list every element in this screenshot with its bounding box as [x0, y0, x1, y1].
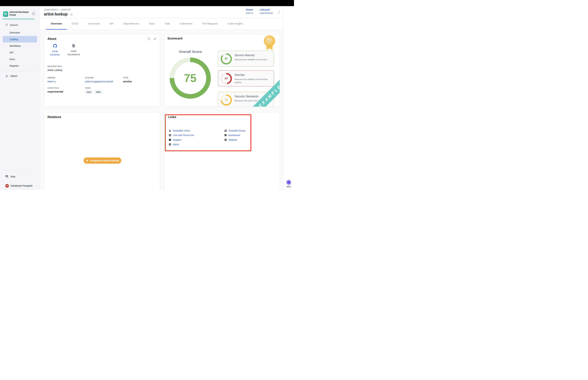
star-favorite-icon[interactable] [70, 13, 73, 16]
link-cloud[interactable]: Link with Cloud Icon [169, 133, 194, 137]
links-card: Links Examples Users Link with Cloud Ico… [164, 113, 280, 190]
sidebar-item-help[interactable]: ? Help [0, 173, 40, 180]
view-source-link[interactable]: VIEWSOURCE [49, 44, 61, 57]
sidebar-item-label: Help [10, 175, 15, 178]
sidebar-item-label: Docs [10, 58, 15, 60]
gear-icon [5, 75, 8, 77]
sidebar-item-label: Overview [10, 31, 20, 34]
metric-title: Security Standards [235, 95, 258, 98]
relations-title: Relations [47, 115, 61, 119]
entity-header: COMPONENT — SERVICE artist-lookup Owner … [40, 6, 283, 18]
aida-flower-icon [286, 179, 292, 185]
help-circle-icon [169, 138, 171, 141]
sidebar-item-label: Register [10, 64, 19, 67]
tags-field-label: TAGS [85, 87, 102, 89]
apps-grid-icon[interactable] [32, 12, 35, 15]
tab-cicd[interactable]: CI/CD [67, 18, 84, 30]
about-card: About VIEWSOURCE [44, 34, 160, 107]
top-black-bar [0, 0, 294, 6]
metric-score: 87 [225, 57, 228, 60]
owner-meta[interactable]: Owner team-a [246, 8, 253, 14]
dashboard-icon [224, 134, 227, 136]
link-label: Dashboard [228, 134, 240, 137]
sidebar: Internal Developer Portal Search Overvie… [0, 6, 40, 190]
metric-title: Service Maturity [235, 54, 255, 57]
lifecycle-field-value: experimental [47, 90, 63, 93]
aida-assistant-launcher[interactable]: AIDA [283, 179, 294, 188]
tab-api[interactable]: API [105, 18, 118, 30]
relation-node-component[interactable]: component:artist-lookup [84, 157, 121, 164]
github-icon [53, 44, 57, 48]
sidebar-item-overview[interactable]: Overview [0, 29, 40, 36]
group-icon [224, 129, 227, 132]
app-title: Internal Developer Portal [10, 11, 30, 17]
tab-kubernetes[interactable]: Kubernetes [175, 18, 198, 30]
tab-dependencies[interactable]: Dependencies [118, 18, 144, 30]
sidebar-item-label: Catalog [10, 38, 18, 41]
owner-label: Owner [246, 8, 253, 11]
sidebar-item-label: Admin [10, 75, 17, 77]
sidebar-search[interactable]: Search [0, 22, 40, 28]
more-options-kebab-icon[interactable] [277, 10, 281, 15]
lifecycle-field-label: LIFECYCLE [47, 87, 63, 89]
sidebar-item-workflows[interactable]: Workflows [0, 42, 40, 49]
page-title: artist-lookup [44, 12, 68, 17]
entity-tabs: Overview CI/CD Scorecard API Dependencie… [40, 18, 283, 30]
sidebar-item-docs[interactable]: Docs [0, 56, 40, 62]
link-support[interactable]: Support [169, 137, 194, 142]
link-example-group[interactable]: Example Group [224, 128, 245, 133]
tab-scorecard[interactable]: Scorecard [83, 18, 105, 30]
main-area: COMPONENT — SERVICE artist-lookup Owner … [40, 6, 283, 190]
system-field-value[interactable]: artist-engagement-portal [85, 80, 113, 83]
edit-pencil-icon[interactable] [153, 37, 157, 41]
description-label: DESCRIPTION [47, 65, 62, 67]
globe-icon [224, 138, 227, 141]
tab-pull-requests[interactable]: Pull Requests [198, 18, 223, 30]
metric-card-devops[interactable]: 47 DevOps Measures the reliability of th… [218, 70, 274, 86]
overall-score-ring: 75 [170, 57, 211, 99]
lifecycle-label: Lifecycle [260, 8, 273, 11]
globe-icon [169, 143, 171, 146]
avatar: DP [5, 184, 9, 188]
owner-value[interactable]: team-a [246, 12, 253, 14]
metric-card-service-maturity[interactable]: 87 Service Maturity Measures the reliabi… [218, 51, 274, 67]
type-field-value: service [123, 80, 132, 83]
search-icon [5, 23, 8, 26]
link-examples-users[interactable]: Examples Users [169, 128, 194, 133]
tab-code-insights[interactable]: Code Insights [223, 18, 248, 30]
refresh-icon[interactable] [147, 37, 151, 41]
link-website[interactable]: Website [224, 137, 245, 142]
lifecycle-meta: Lifecycle experimental [260, 8, 273, 14]
tab-todo[interactable]: Todo [160, 18, 175, 30]
tab-overview[interactable]: Overview [46, 18, 67, 30]
link-dashboard[interactable]: Dashboard [224, 133, 245, 137]
view-techdocs-link[interactable]: VIEWTECHDOCS [68, 44, 80, 57]
sidebar-item-admin[interactable]: Admin [0, 73, 40, 79]
sidebar-nav: Overview Catalog Workflows API Docs Regi… [0, 29, 40, 69]
tab-docs[interactable]: Docs [144, 18, 160, 30]
sidebar-item-catalog[interactable]: Catalog [3, 36, 37, 42]
metric-description: Measures the reliability of this service [235, 58, 273, 61]
sidebar-user[interactable]: DP Debabrata Panigrahi [0, 183, 40, 189]
sidebar-item-register[interactable]: Register [0, 62, 40, 69]
gold-tier-badge: GoldTier [264, 35, 275, 50]
tag-chip[interactable]: java [85, 90, 93, 94]
person-icon [169, 129, 171, 132]
sidebar-item-label: API [10, 51, 13, 54]
sidebar-item-api[interactable]: API [0, 49, 40, 56]
owner-field-value[interactable]: team-a [47, 80, 56, 83]
lifecycle-value: experimental [260, 12, 273, 14]
description-value: Artist Lookup [47, 69, 62, 72]
link-label: Alerts [173, 143, 179, 146]
metric-title: DevOps [235, 73, 245, 76]
metric-ring: 47 [221, 73, 232, 84]
metric-score: 47 [225, 77, 228, 80]
header-divider [40, 18, 283, 18]
link-label: Example Group [229, 129, 245, 132]
app-logo[interactable] [3, 11, 8, 17]
link-alerts[interactable]: Alerts [169, 142, 194, 147]
breadcrumb: COMPONENT — SERVICE [44, 9, 71, 11]
tag-chip[interactable]: data [94, 90, 102, 94]
type-field-label: TYPE [123, 77, 132, 79]
metric-ring: 87 [221, 53, 232, 64]
